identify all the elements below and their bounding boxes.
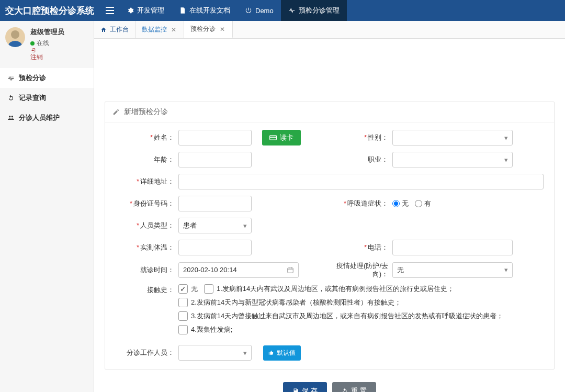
epidemic-select[interactable]: 无▾ xyxy=(392,262,513,278)
clipboard-heart-icon xyxy=(7,74,15,82)
sidebar-item-prediagnosis[interactable]: 预检分诊 xyxy=(0,68,94,88)
tab-prediagnosis[interactable]: 预检分诊 ✕ xyxy=(184,21,233,38)
job-select[interactable]: ▾ xyxy=(392,152,513,167)
edit-icon xyxy=(112,108,120,116)
save-button[interactable]: 保 存 xyxy=(283,382,327,392)
save-icon xyxy=(292,388,299,392)
contact-1-checkbox[interactable] xyxy=(204,284,213,294)
reset-button[interactable]: 重 置 xyxy=(332,382,376,392)
read-card-button[interactable]: 读卡 xyxy=(262,130,301,145)
app-title: 交大口腔预检分诊系统 xyxy=(5,5,94,17)
contact-none-checkbox[interactable] xyxy=(178,284,188,294)
hamburger-icon xyxy=(106,7,114,14)
sex-select[interactable]: ▾ xyxy=(392,130,513,145)
panel-title: 新增预检分诊 xyxy=(124,107,168,117)
staff-select[interactable]: ▾ xyxy=(178,345,252,361)
nav-demo[interactable]: Demo xyxy=(238,0,281,21)
sidebar-item-staff[interactable]: 分诊人员维护 xyxy=(0,108,94,128)
svg-rect-1 xyxy=(270,137,277,138)
name-input[interactable] xyxy=(178,130,252,145)
power-icon xyxy=(245,7,252,14)
user-status: 在线 xyxy=(37,39,49,47)
resp-has-radio[interactable]: 有 xyxy=(415,199,431,208)
person-type-select[interactable]: 患者▾ xyxy=(178,218,252,233)
address-input[interactable] xyxy=(178,174,544,189)
avatar xyxy=(5,27,25,47)
card-icon xyxy=(269,135,277,140)
user-name: 超级管理员 xyxy=(30,27,64,37)
refresh-icon xyxy=(7,94,15,102)
form-panel: 新增预检分诊 *姓名： 读卡 *性别： xyxy=(105,102,555,369)
calendar-icon xyxy=(287,266,294,274)
nav-prediagnosis[interactable]: 预检分诊管理 xyxy=(281,0,347,21)
gear-icon xyxy=(127,7,134,14)
users-icon xyxy=(7,114,15,121)
contact-3-checkbox[interactable] xyxy=(178,311,188,321)
thumbs-up-icon xyxy=(268,350,274,355)
idcard-input[interactable] xyxy=(178,196,252,211)
reset-icon xyxy=(342,388,348,392)
default-value-button[interactable]: 默认值 xyxy=(263,345,301,361)
logout-icon xyxy=(30,48,36,53)
home-icon xyxy=(100,27,107,33)
document-icon xyxy=(179,7,186,14)
phone-input[interactable] xyxy=(392,240,513,255)
visit-time-input[interactable]: 2020-02-10 20:14 xyxy=(178,262,299,278)
contact-4-checkbox[interactable] xyxy=(178,325,188,334)
user-box: 超级管理员 在线 注销 xyxy=(0,21,94,68)
heartbeat-icon xyxy=(288,7,296,14)
tab-home[interactable]: 工作台 xyxy=(94,21,135,38)
nav-dev-mgmt[interactable]: 开发管理 xyxy=(119,0,172,21)
tab-close-datamonitor[interactable]: ✕ xyxy=(170,26,177,33)
age-input[interactable] xyxy=(178,152,252,167)
sidebar-item-records[interactable]: 记录查询 xyxy=(0,88,94,108)
temperature-input[interactable] xyxy=(178,240,252,255)
tab-close-prediagnosis[interactable]: ✕ xyxy=(219,26,226,33)
menu-toggle[interactable] xyxy=(100,7,119,14)
tab-datamonitor[interactable]: 数据监控 ✕ xyxy=(135,21,184,38)
topbar: 交大口腔预检分诊系统 开发管理 在线开发文档 Demo 预检分诊管理 xyxy=(0,0,565,21)
tab-bar: 工作台 数据监控 ✕ 预检分诊 ✕ xyxy=(94,21,565,39)
logout-link[interactable]: 注销 xyxy=(30,48,64,61)
nav-online-docs[interactable]: 在线开发文档 xyxy=(172,0,238,21)
resp-none-radio[interactable]: 无 xyxy=(392,199,409,208)
contact-2-checkbox[interactable] xyxy=(178,298,188,307)
online-dot-icon xyxy=(30,41,35,46)
sidebar: 超级管理员 在线 注销 预检分诊 记录查询 分诊人员维护 xyxy=(0,21,94,392)
svg-rect-2 xyxy=(288,268,293,273)
